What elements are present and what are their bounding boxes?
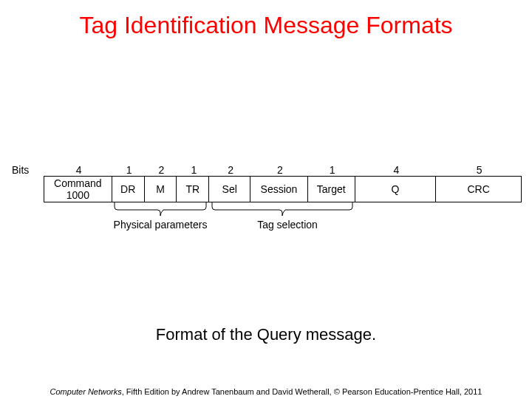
bits-label: Bits [10, 164, 45, 176]
field-label: Session [261, 183, 298, 195]
slide: Tag Identification Message Formats Bits … [0, 0, 532, 399]
message-format-diagram: Bits 4 1 2 1 2 2 1 4 5 Command1000 DR M … [10, 164, 522, 247]
bracket-physical [112, 202, 209, 217]
footer: Computer Networks, Fifth Edition by Andr… [0, 387, 532, 396]
bracket-tag-selection [209, 202, 355, 217]
field-label: M [156, 183, 165, 195]
bit-count: 2 [145, 164, 177, 176]
annotation-tag-selection-text: Tag selection [236, 219, 339, 231]
field-label: Sel [222, 183, 237, 195]
field-label: CRC [467, 183, 489, 195]
field-label: Target [317, 183, 346, 195]
field-target: Target [308, 177, 355, 202]
bit-count: 1 [309, 164, 356, 176]
field-q: Q [355, 177, 437, 202]
bit-count: 4 [356, 164, 437, 176]
bit-count: 4 [45, 164, 113, 176]
footer-rest: , Fifth Edition by Andrew Tanenbaum and … [122, 387, 482, 396]
bit-count: 5 [437, 164, 522, 176]
field-label: Q [392, 183, 400, 195]
field-session: Session [250, 177, 308, 202]
annotation-row: Physical parameters Tag selection [44, 202, 522, 247]
bit-count: 1 [177, 164, 210, 176]
fields-row: Command1000 DR M TR Sel Session Target Q… [44, 176, 522, 202]
field-m: M [145, 177, 177, 202]
footer-book-title: Computer Networks [50, 387, 122, 396]
field-label: TR [186, 183, 200, 195]
field-label: Command1000 [54, 177, 102, 201]
annotation-physical-text: Physical parameters [95, 219, 225, 231]
bit-count: 2 [251, 164, 309, 176]
bits-row: Bits 4 1 2 1 2 2 1 4 5 [10, 164, 522, 176]
field-crc: CRC [436, 177, 521, 202]
field-sel: Sel [209, 177, 250, 202]
slide-title: Tag Identification Message Formats [0, 12, 532, 39]
field-dr: DR [112, 177, 145, 202]
field-tr: TR [177, 177, 209, 202]
field-label: DR [120, 183, 135, 195]
bit-count: 2 [210, 164, 251, 176]
bit-count: 1 [113, 164, 146, 176]
field-command: Command1000 [44, 177, 112, 202]
figure-caption: Format of the Query message. [0, 325, 532, 344]
